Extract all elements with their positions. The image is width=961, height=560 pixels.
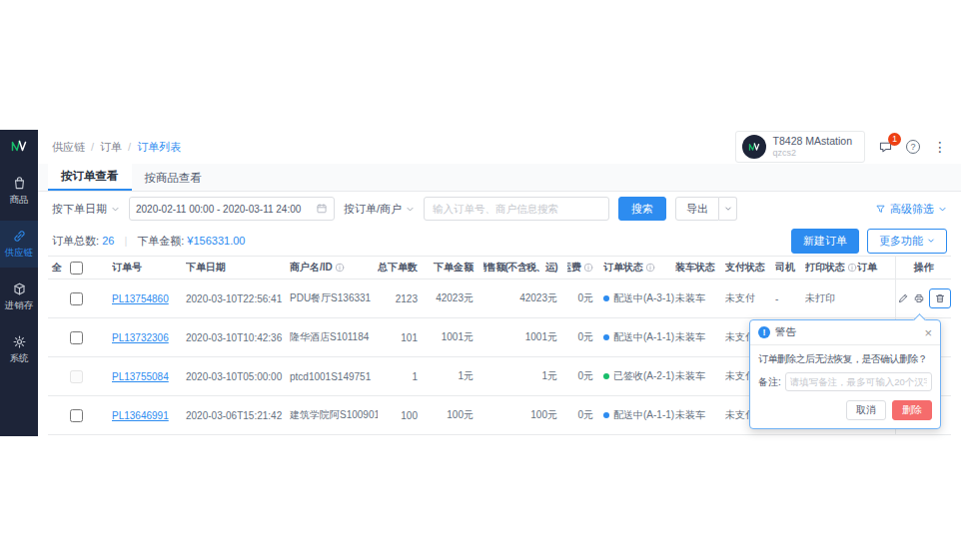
table-row: PL13754860 2020-03-10T22:56:41 PDU餐厅S136… [48, 280, 951, 318]
vertical-dots-icon: ⋮ [933, 139, 947, 155]
chevron-down-icon [406, 205, 415, 214]
sidebar-item-label: 商品 [10, 194, 29, 207]
summary-divider [114, 235, 137, 247]
cancel-button[interactable]: 取消 [846, 400, 886, 420]
column-header-order-no: 订单号 [112, 257, 186, 279]
cell-sales-amount: 1元 [483, 357, 567, 395]
date-range-input[interactable] [129, 197, 335, 221]
note-input[interactable] [785, 372, 932, 391]
tab-by-product[interactable]: 按商品查看 [132, 165, 216, 191]
order-count-value: 26 [102, 235, 114, 247]
row-checkbox[interactable] [70, 292, 83, 305]
info-icon[interactable] [335, 263, 345, 273]
sidebar-item-system[interactable]: 系统 [0, 326, 38, 373]
help-button[interactable]: ? [906, 140, 920, 154]
trash-icon [934, 292, 946, 304]
export-button[interactable]: 导出 [675, 197, 719, 221]
system-gear-icon [12, 334, 27, 349]
popover-title: 警告 [775, 325, 796, 339]
chevron-down-icon [927, 237, 935, 245]
column-header-driver: 司机 [775, 257, 805, 279]
status-dot [603, 334, 609, 340]
sidebar-item-goods[interactable]: 商品 [0, 168, 38, 215]
cell-order-amount: 100元 [428, 396, 483, 434]
warning-icon: ! [758, 326, 770, 338]
column-header-order-note: 订单 [857, 257, 895, 279]
sidebar-item-label: 供应链 [5, 247, 34, 260]
info-icon[interactable] [645, 263, 655, 273]
cell-total-qty: 1 [378, 357, 428, 395]
row-checkbox [70, 370, 83, 383]
cell-total-qty: 100 [378, 396, 428, 434]
delete-order-button[interactable] [929, 288, 951, 308]
popover-body: 订单删除之后无法恢复，是否确认删除？ 备注: [750, 345, 940, 393]
order-number-link[interactable]: PL13754860 [112, 293, 169, 304]
more-functions-button[interactable]: 更多功能 [867, 229, 947, 254]
close-icon[interactable]: × [924, 326, 932, 339]
search-button[interactable]: 搜索 [618, 197, 666, 221]
cell-driver: - [775, 280, 805, 317]
pencil-icon [897, 292, 909, 304]
cell-pay-status: 未支付 [725, 280, 775, 317]
info-icon[interactable] [583, 263, 593, 273]
status-dot [603, 373, 609, 379]
printer-icon [913, 292, 925, 304]
note-label: 备注: [758, 375, 781, 389]
sidebar-item-inventory[interactable]: 进销存 [0, 274, 38, 320]
breadcrumb-item[interactable]: 订单 [85, 140, 122, 155]
more-menu-button[interactable]: ⋮ [933, 139, 947, 155]
cell-order-amount: 1001元 [428, 318, 483, 356]
date-type-select[interactable]: 按下单日期 [52, 202, 120, 217]
row-checkbox[interactable] [70, 409, 83, 422]
cell-order-date: 2020-03-10T10:42:36 [186, 318, 290, 356]
cell-order-status: 已签收(A-2-1) [603, 357, 675, 395]
print-order-button[interactable] [913, 292, 925, 304]
column-header-sales-amount: 销售额(不含税、运) [483, 257, 567, 279]
popover-footer: 取消 删除 [750, 393, 940, 428]
order-number-link[interactable]: PL13755084 [112, 371, 169, 382]
sidebar-item-label: 系统 [10, 352, 29, 365]
order-amount-value: ¥156331.00 [187, 235, 245, 247]
confirm-delete-button[interactable]: 删除 [892, 400, 932, 420]
sidebar-item-supply-chain[interactable]: 供应链 [0, 221, 38, 268]
row-checkbox[interactable] [70, 331, 83, 344]
app-window: 商品 供应链 进销存 系统 供应链 订单 订单 [0, 130, 961, 436]
help-icon: ? [906, 140, 920, 154]
column-header-actions: 操作 [895, 257, 951, 279]
search-type-select[interactable]: 按订单/商户 [344, 202, 415, 217]
cell-sales-amount: 1001元 [483, 318, 567, 356]
supply-chain-icon [12, 229, 27, 244]
edit-order-button[interactable] [897, 292, 909, 304]
column-header-order-status: 订单状态 [603, 257, 675, 279]
sidebar-item-label: 进销存 [5, 299, 34, 312]
select-all-checkbox[interactable] [70, 262, 83, 275]
order-number-link[interactable]: PL13732306 [112, 332, 169, 343]
delete-confirm-popover: ! 警告 × 订单删除之后无法恢复，是否确认删除？ 备注: 取消 删除 [749, 319, 941, 429]
breadcrumb-item[interactable]: 供应链 [52, 140, 85, 155]
status-dot [603, 412, 609, 418]
messages-button[interactable]: 1 [878, 140, 893, 155]
cell-load-status: 未装车 [675, 357, 725, 395]
order-count-label: 订单总数: [52, 234, 99, 249]
cell-merchant: 建筑学院阿S100901 [290, 396, 378, 434]
tab-by-order[interactable]: 按订单查看 [48, 163, 132, 191]
export-split-button: 导出 [675, 197, 737, 221]
user-subtitle: qzcs2 [773, 148, 852, 159]
date-range-value[interactable] [130, 204, 316, 215]
breadcrumb-current: 订单列表 [122, 140, 181, 155]
order-number-link[interactable]: PL13646991 [112, 410, 169, 421]
summary-actions: 新建订单 更多功能 [791, 229, 947, 254]
advanced-filter-button[interactable]: 高级筛选 [875, 202, 947, 217]
user-menu[interactable]: T8428 MAstation qzcs2 [735, 131, 865, 163]
info-icon[interactable] [847, 263, 857, 273]
status-dot [603, 295, 609, 301]
breadcrumb: 供应链 订单 订单列表 [52, 140, 181, 155]
app-logo [9, 136, 29, 156]
cell-actions [895, 280, 951, 317]
summary-row: 订单总数: 26 下单金额: ¥156331.00 新建订单 更多功能 [38, 226, 961, 256]
search-input[interactable] [424, 197, 609, 221]
new-order-button[interactable]: 新建订单 [791, 229, 859, 254]
chevron-down-icon [938, 205, 947, 214]
funnel-icon [875, 204, 886, 215]
export-dropdown-button[interactable] [719, 197, 737, 221]
